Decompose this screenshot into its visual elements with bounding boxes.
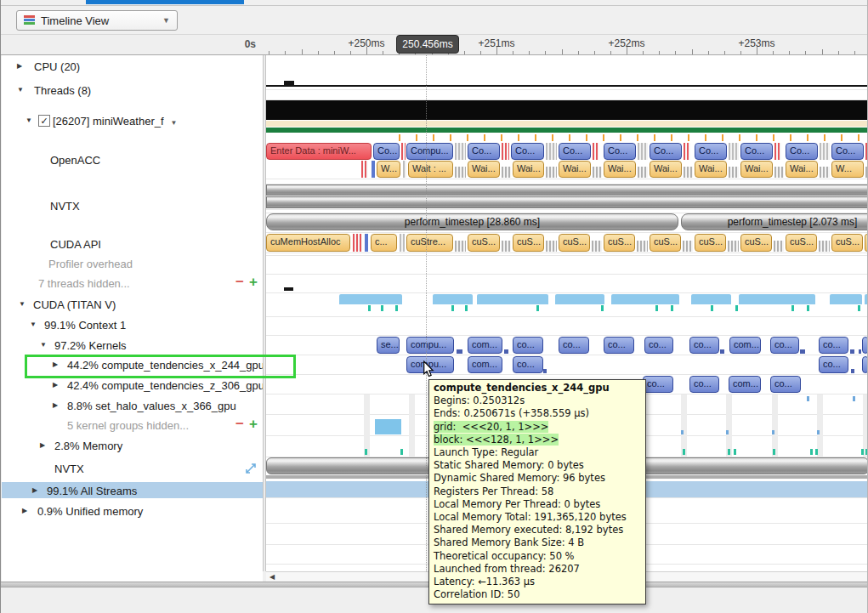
kernel-x244-block[interactable]: co... [513,356,543,373]
timeline-row-tree[interactable]: ▶CPU (20)▼Threads (8)▼✓[26207] miniWeath… [2,54,263,582]
openacc-range-block[interactable] [401,143,406,160]
openacc-range-block[interactable] [593,143,599,160]
expand-row-icon[interactable] [246,463,256,476]
sidebar-item-97-2-kernels[interactable]: ▼97.2% Kernels [2,338,263,353]
restore-rows-icon[interactable]: + [249,274,258,291]
cuda-api-call-block[interactable] [683,241,693,252]
openacc-wait-block[interactable] [455,167,466,178]
openacc-range-block[interactable]: Co... [559,143,591,160]
cuda-api-call-block[interactable]: cuS... [559,234,590,252]
kernel-x244-block[interactable]: co... [819,356,848,373]
kernel-block[interactable]: co... [819,337,848,354]
cuda-api-call-block[interactable] [592,241,602,252]
chevron-right-icon[interactable]: ▶ [40,441,45,449]
cuda-api-call-block[interactable]: cuMemHostAlloc [266,234,350,252]
chevron-right-icon[interactable]: ▶ [32,486,37,494]
openacc-range-block[interactable]: Co... [468,143,500,160]
nvtx-perform-timestep-range[interactable]: perform_timestep [2.073 ms] [681,213,868,230]
cuda-api-call-block[interactable] [353,234,362,252]
kernel-block[interactable]: co... [770,337,799,354]
cuda-api-call-block[interactable] [546,241,557,252]
chevron-down-icon[interactable]: ▼ [171,119,178,127]
openacc-wait-block[interactable] [502,167,511,178]
sidebar-item-nvtx[interactable]: NVTX [2,462,263,476]
sidebar-item-5-kernel-groups-hidden-[interactable]: 5 kernel groups hidden...−+ [2,418,263,433]
timeline-view-dropdown[interactable]: Timeline View ▼ [16,10,178,31]
sidebar-item-cuda-api[interactable]: CUDA API [2,237,263,252]
openacc-wait-block[interactable] [820,167,830,178]
cuda-api-call-block[interactable] [819,241,830,252]
cuda-api-call-block[interactable]: cuS... [513,234,544,252]
openacc-range-block[interactable] [546,143,557,160]
chevron-right-icon[interactable]: ▶ [22,507,27,514]
openacc-range-block[interactable]: Co... [831,143,864,160]
nvtx-perform-timestep-range[interactable]: perform_timestep [28.860 ms] [266,213,678,230]
openacc-wait-block[interactable]: W... [377,161,400,178]
openacc-wait-block[interactable] [729,167,739,178]
openacc-wait-block[interactable]: Wai... [604,161,636,178]
sidebar-item-openacc[interactable]: OpenACC [2,153,263,167]
openacc-wait-block[interactable] [546,167,557,178]
chevron-down-icon[interactable]: ▼ [30,321,37,328]
nvtx-range-bar[interactable] [266,184,868,196]
kernel-x244-block[interactable]: com... [468,356,502,373]
cuda-api-call-block[interactable]: cuS... [604,234,635,252]
sidebar-item-2-8-memory[interactable]: ▶2.8% Memory [2,439,263,453]
openacc-wait-block[interactable] [684,167,693,178]
sidebar-item-42-4-compute-tendencies-z-306-gpu[interactable]: ▶42.4% compute_tendencies_z_306_gpu [2,378,263,393]
kernel-block[interactable]: com... [729,337,761,354]
openacc-wait-block[interactable]: Wai... [468,161,500,178]
sidebar-item-cpu-20-[interactable]: ▶CPU (20) [2,60,263,74]
kernel-block[interactable]: co... [513,337,543,354]
openacc-wait-block[interactable]: Wai... [513,161,544,178]
chevron-right-icon[interactable]: ▶ [53,381,58,389]
sidebar-item-99-1-all-streams[interactable]: ▶99.1% All Streams [2,484,263,498]
thread-state-bar[interactable] [266,100,868,120]
openacc-range-block[interactable] [502,143,509,160]
kernel-z306-block[interactable]: co... [643,376,673,393]
openacc-range-block[interactable]: Enter Data : miniW... [266,143,372,160]
openacc-wait-block[interactable]: Wai... [786,161,818,178]
openacc-range-block[interactable]: Co... [740,143,773,160]
cuda-api-call-block[interactable] [728,241,739,252]
thread-checkbox[interactable]: ✓ [38,115,50,127]
openacc-wait-block[interactable]: Wai... [740,161,773,178]
sidebar-item-nvtx[interactable]: NVTX [2,199,263,213]
kernel-block[interactable]: co... [689,337,719,354]
cuda-api-call-block[interactable]: cuS... [831,234,863,252]
kernel-block[interactable]: co... [559,337,589,354]
sidebar-item-profiler-overhead[interactable]: Profiler overhead [2,257,263,271]
openacc-range-block[interactable]: Co... [604,143,636,160]
sidebar-item-0-9-unified-memory[interactable]: ▶0.9% Unified memory [2,504,263,519]
chevron-down-icon[interactable]: ▼ [40,341,47,349]
panel-splitter[interactable] [263,34,266,571]
cuda-api-call-block[interactable]: cuS... [740,234,772,252]
cuda-api-call-block[interactable]: cuS... [468,234,500,252]
openacc-wait-block[interactable]: Wait : ... [408,161,453,178]
sidebar-item-threads-8-[interactable]: ▼Threads (8) [2,83,263,98]
openacc-range-block[interactable]: Co... [786,143,818,160]
sidebar-item--26207-miniweather-f[interactable]: ▼✓[26207] miniWeather_f▼ [2,114,263,128]
sidebar-item-8-8-set-halo-values-x-366-gpu[interactable]: ▶8.8% set_halo_values_x_366_gpu [2,399,263,413]
cuda-api-call-block[interactable] [400,234,405,252]
kernel-block[interactable]: com... [468,337,502,354]
openacc-wait-block[interactable] [593,167,602,178]
sidebar-item-99-1-context-1[interactable]: ▼99.1% Context 1 [2,318,263,332]
openacc-range-block[interactable] [684,143,690,160]
openacc-range-block[interactable] [729,143,739,160]
kernel-block[interactable]: se... [377,337,400,354]
sidebar-item-cuda-titan-v-[interactable]: ▼CUDA (TITAN V) [2,298,263,312]
cuda-api-call-block[interactable]: c... [371,234,397,252]
cuda-api-call-block[interactable] [502,241,511,252]
openacc-wait-block[interactable] [638,167,648,178]
openacc-wait-block[interactable] [403,161,406,178]
openacc-range-block[interactable]: Co... [650,143,682,160]
time-ruler[interactable]: +250ms+251ms+252ms+253ms+254ms [266,35,868,54]
openacc-wait-block[interactable] [361,161,368,178]
openacc-range-block[interactable] [820,143,830,160]
cuda-api-call-block[interactable] [365,234,368,252]
cuda-api-call-block[interactable]: cuS... [695,234,726,252]
openacc-wait-block[interactable]: W... [831,161,864,178]
kernel-block[interactable]: co... [604,337,634,354]
cuda-api-call-block[interactable] [455,241,466,252]
